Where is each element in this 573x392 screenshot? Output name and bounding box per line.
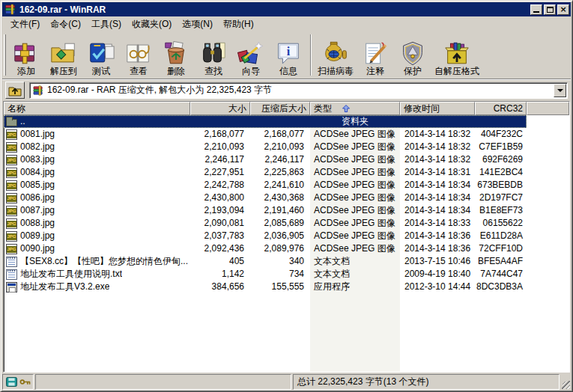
file-packed-size (250, 115, 310, 128)
close-button[interactable]: × (557, 4, 569, 15)
table-row[interactable]: 0083.jpg 2,246,117 2,246,117 ACDSee JPEG… (4, 153, 569, 166)
file-modified: 2014-3-14 18:36 (400, 242, 475, 255)
menu-commands[interactable]: 命令(C) (45, 16, 86, 32)
titlebar[interactable]: 162-09.rar - WinRAR × (2, 2, 571, 16)
menu-help[interactable]: 帮助(H) (218, 16, 259, 32)
file-modified: 2014-3-14 18:32 (400, 128, 475, 141)
table-row[interactable]: .. 资料夹 (4, 115, 569, 128)
resize-grip[interactable] (561, 374, 571, 390)
file-type: ACDSee JPEG 图像 (310, 153, 400, 166)
file-packed-size: 155,555 (250, 281, 310, 293)
table-row[interactable]: 0087.jpg 2,193,094 2,191,460 ACDSee JPEG… (4, 204, 569, 217)
wizard-button[interactable]: 向导 (232, 33, 270, 77)
column-header-size[interactable]: 大小 (190, 102, 250, 115)
table-row[interactable]: 0084.jpg 2,227,951 2,225,863 ACDSee JPEG… (4, 166, 569, 179)
file-size: 2,210,093 (190, 141, 250, 153)
file-type: 文本文档 (310, 255, 400, 268)
file-size: 2,037,783 (190, 230, 250, 242)
column-header-filler[interactable] (527, 102, 569, 115)
find-button[interactable]: 查找 (195, 33, 232, 77)
svg-text:i: i (287, 45, 291, 58)
table-row[interactable]: 0088.jpg 2,090,081 2,085,689 ACDSee JPEG… (4, 217, 569, 230)
jpg-file-icon (6, 231, 17, 242)
delete-button[interactable]: 删除 (157, 33, 195, 77)
file-crc32: C7EF1B59 (475, 141, 527, 153)
file-type: ACDSee JPEG 图像 (310, 217, 400, 230)
comment-button[interactable]: 注释 (357, 33, 394, 77)
file-crc32: E611D28A (475, 230, 527, 242)
protect-button[interactable]: 保护 (394, 33, 431, 77)
comment-label: 注释 (366, 66, 384, 76)
file-crc32: 673BEBDB (475, 179, 527, 192)
winrar-file-icon (32, 85, 44, 96)
file-crc32: 06155622 (475, 217, 527, 230)
extract-to-label: 解压到 (50, 66, 77, 76)
test-button[interactable]: 测试 (82, 33, 120, 77)
maximize-button[interactable] (544, 4, 556, 15)
file-name: 0084.jpg (20, 166, 55, 179)
table-row[interactable]: 地址发布工具使用说明.txt 1,142 734 文本文档 2009-4-19 … (4, 268, 569, 281)
file-size: 2,090,081 (190, 217, 250, 230)
file-modified: 2014-3-14 18:32 (400, 153, 475, 166)
key-icon[interactable] (19, 377, 31, 387)
sfx-icon (443, 41, 471, 66)
file-name: 0090.jpg (20, 242, 55, 255)
find-label: 查找 (204, 66, 222, 76)
menu-file[interactable]: 文件(F) (5, 16, 45, 32)
table-row[interactable]: 0090.jpg 2,092,436 2,089,976 ACDSee JPEG… (4, 242, 569, 255)
comment-icon (361, 41, 389, 66)
table-row[interactable]: 0085.jpg 2,242,788 2,241,610 ACDSee JPEG… (4, 179, 569, 192)
column-header-row: 名称 大小 压缩后大小 类型 修改时间 CRC32 (4, 102, 569, 115)
archive-path-combobox[interactable]: 162-09.rar - RAR 压缩文件, 解包大小为 22,325,423 … (29, 82, 568, 99)
file-modified: 2012-3-10 14:44 (400, 281, 475, 293)
file-crc32: B1E8EF73 (475, 204, 527, 217)
file-crc32: 72CFF10D (475, 242, 527, 255)
column-header-modified[interactable]: 修改时间 (400, 102, 475, 115)
sfx-button[interactable]: 自解压格式 (431, 33, 482, 77)
up-directory-button[interactable] (5, 82, 25, 99)
wizard-label: 向导 (242, 66, 260, 76)
file-modified: 2014-3-14 18:34 (400, 179, 475, 192)
file-modified: 2014-3-14 18:32 (400, 141, 475, 153)
column-header-name[interactable]: 名称 (4, 102, 190, 115)
file-size: 2,246,117 (190, 153, 250, 166)
file-packed-size: 2,210,093 (250, 141, 310, 153)
table-row[interactable]: 0089.jpg 2,037,783 2,036,905 ACDSee JPEG… (4, 230, 569, 242)
table-row[interactable]: 0086.jpg 2,430,800 2,430,368 ACDSee JPEG… (4, 192, 569, 204)
menu-options[interactable]: 选项(N) (177, 16, 218, 32)
add-button[interactable]: 添加 (7, 33, 45, 77)
jpg-file-icon (6, 218, 17, 229)
virus-scan-button[interactable]: 扫描病毒 (315, 33, 357, 77)
column-header-crc32[interactable]: CRC32 (475, 102, 527, 115)
delete-icon (162, 41, 190, 66)
sfx-label: 自解压格式 (434, 66, 479, 76)
view-button[interactable]: 查看 (120, 33, 157, 77)
txt-file-icon (6, 257, 17, 267)
file-size: 2,430,800 (190, 192, 250, 204)
table-row[interactable]: 0082.jpg 2,210,093 2,210,093 ACDSee JPEG… (4, 141, 569, 153)
minimize-button[interactable] (530, 4, 542, 15)
disk-icon[interactable] (6, 377, 17, 387)
statusbar-message-panel (35, 374, 291, 390)
column-header-packed[interactable]: 压缩后大小 (250, 102, 310, 115)
table-row[interactable]: 地址发布工具V3.2.exe 384,656 155,555 应用程序 2012… (4, 281, 569, 293)
jpg-file-icon (6, 180, 17, 191)
archive-description: 162-09.rar - RAR 压缩文件, 解包大小为 22,325,423 … (47, 84, 554, 97)
info-button[interactable]: i 信息 (270, 33, 307, 77)
menu-favorites[interactable]: 收藏夹(O) (127, 16, 177, 32)
statusbar-total: 总计 22,325,423 字节(13 个文件) (293, 374, 560, 390)
file-modified: 2013-7-15 10:46 (400, 255, 475, 268)
menubar: 文件(F) 命令(C) 工具(S) 收藏夹(O) 选项(N) 帮助(H) (2, 16, 571, 32)
column-header-type[interactable]: 类型 (310, 102, 400, 115)
extract-to-button[interactable]: 解压到 (45, 33, 82, 77)
file-name: 地址发布工具V3.2.exe (20, 281, 109, 293)
combobox-dropdown-button[interactable] (554, 84, 566, 97)
table-row[interactable]: 0081.jpg 2,168,077 2,168,077 ACDSee JPEG… (4, 128, 569, 141)
file-name: 地址发布工具使用说明.txt (20, 268, 122, 281)
table-row[interactable]: 【SEX8.cc】【性吧】您梦想的情色伊甸... 405 340 文本文档 20… (4, 255, 569, 268)
file-crc32: BFE5A4AF (475, 255, 527, 268)
toolbar: 添加 解压到 测试 (2, 32, 571, 79)
file-packed-size: 2,168,077 (250, 128, 310, 141)
menu-tools[interactable]: 工具(S) (86, 16, 127, 32)
file-name: 0086.jpg (20, 192, 55, 204)
